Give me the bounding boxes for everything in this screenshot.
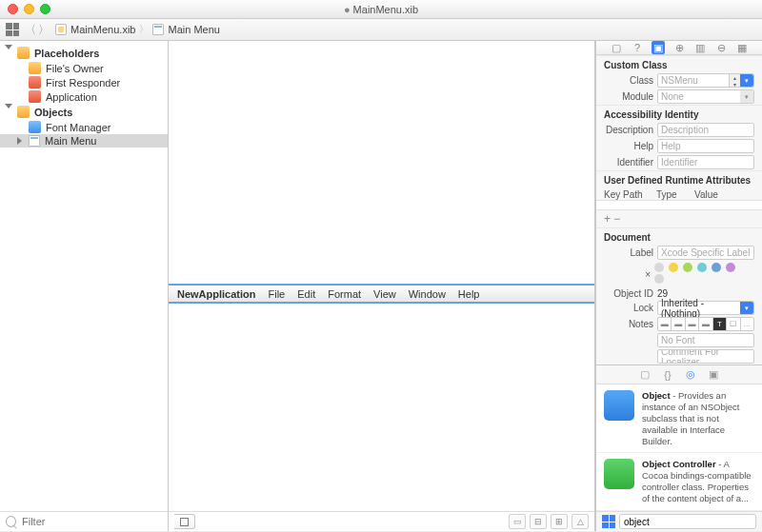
menu-item-help[interactable]: Help	[458, 288, 480, 300]
media-library-tab[interactable]: ▣	[707, 368, 720, 382]
accessibility-heading: Accessibility Identity	[596, 105, 762, 122]
color-swatch[interactable]	[669, 263, 678, 272]
color-swatch[interactable]	[683, 263, 692, 272]
object-icon	[604, 390, 634, 421]
doc-label-field[interactable]: Xcode Specific Label	[657, 246, 754, 260]
seg-strike[interactable]: ▬	[699, 318, 712, 330]
color-swatch[interactable]	[712, 263, 721, 272]
identity-inspector-tab[interactable]: ▣	[652, 41, 665, 54]
object-controller-icon	[604, 459, 634, 489]
class-value: NSMenu	[658, 75, 729, 86]
ax-identifier-field[interactable]: Identifier	[657, 155, 754, 169]
nav-forward-button[interactable]: 〉	[38, 22, 50, 38]
disclosure-triangle[interactable]	[17, 137, 22, 145]
menu-item-edit[interactable]: Edit	[297, 288, 315, 300]
udra-table-body[interactable]	[596, 201, 762, 210]
breadcrumb: MainMenu.xib 〉 Main Menu	[55, 23, 220, 36]
seg-more[interactable]: …	[741, 318, 753, 330]
ax-help-label: Help	[604, 141, 653, 151]
stack-button[interactable]: ▭	[509, 514, 526, 529]
attributes-inspector-tab[interactable]: ⊕	[672, 41, 686, 54]
menu-item-window[interactable]: Window	[409, 288, 446, 300]
align-button[interactable]: ⊟	[530, 514, 547, 529]
object-library-tab[interactable]: ◎	[684, 368, 697, 382]
seg-text[interactable]: T	[713, 318, 727, 330]
disclosure-triangle[interactable]	[5, 104, 12, 108]
font-field[interactable]: No Font	[657, 333, 754, 347]
outline-item-first-responder[interactable]: First Responder	[0, 75, 168, 89]
menu-item-app[interactable]: NewApplication	[177, 288, 256, 300]
seg-italic[interactable]: ▬	[672, 318, 685, 330]
ax-help-field[interactable]: Help	[657, 139, 754, 153]
dropdown-arrow-icon[interactable]: ▾	[740, 90, 753, 103]
library-list[interactable]: Object - Provides an instance of an NSOb…	[596, 384, 762, 511]
nav-back-button[interactable]: 〈	[25, 22, 36, 38]
seg-color[interactable]: ☐	[727, 318, 740, 330]
menu-item-format[interactable]: Format	[328, 288, 361, 300]
menu-item-file[interactable]: File	[269, 288, 286, 300]
object-library: ▢ {} ◎ ▣ Object - Provides an instance o…	[596, 365, 762, 531]
main-menu-bar[interactable]: NewApplication File Edit Format View Win…	[169, 284, 594, 304]
dropdown-arrow-icon[interactable]: ▾	[740, 74, 753, 87]
pin-button[interactable]: ⊞	[551, 514, 568, 529]
document-outline: Placeholders File's Owner First Responde…	[0, 41, 169, 531]
size-inspector-tab[interactable]: ▥	[693, 41, 707, 54]
color-swatch[interactable]	[654, 274, 664, 284]
document-heading: Document	[596, 227, 762, 245]
dirty-indicator: ●	[344, 4, 351, 15]
seg-underline[interactable]: ▬	[686, 318, 699, 330]
library-item-object-controller[interactable]: Object Controller - A Cocoa bindings-com…	[596, 453, 762, 511]
dropdown-arrow-icon[interactable]: ▾	[740, 302, 753, 314]
ib-canvas[interactable]: NewApplication File Edit Format View Win…	[169, 41, 594, 511]
toggle-outline-button[interactable]	[174, 514, 195, 529]
outline-item-main-menu[interactable]: Main Menu	[0, 134, 168, 148]
seg-bold[interactable]: ▬	[658, 318, 672, 330]
filter-icon[interactable]	[6, 516, 16, 527]
outline-filter-input[interactable]	[22, 516, 162, 527]
color-swatch[interactable]	[697, 263, 707, 272]
outline-item-files-owner[interactable]: File's Owner	[0, 61, 168, 75]
canvas-area: NewApplication File Edit Format View Win…	[169, 41, 595, 531]
grid-view-toggle[interactable]	[602, 515, 615, 528]
lock-combo[interactable]: Inherited - (Nothing) ▾	[657, 301, 754, 315]
library-item-object[interactable]: Object - Provides an instance of an NSOb…	[596, 384, 762, 453]
outline-item-font-manager[interactable]: Font Manager	[0, 120, 168, 134]
localizer-comment-field[interactable]: Comment For Localizer	[657, 349, 754, 364]
placeholders-header[interactable]: Placeholders	[0, 45, 168, 61]
objects-header[interactable]: Objects	[0, 104, 168, 120]
outline-item-application[interactable]: Application	[0, 89, 168, 104]
class-combo[interactable]: NSMenu ▴▾ ▾	[657, 73, 754, 88]
remove-button[interactable]: −	[613, 212, 620, 226]
code-snippet-tab[interactable]: {}	[661, 368, 674, 382]
crumb-file[interactable]: MainMenu.xib	[70, 24, 135, 35]
bindings-inspector-tab[interactable]: ▦	[735, 41, 749, 54]
file-template-tab[interactable]: ▢	[638, 368, 652, 382]
color-swatch[interactable]	[654, 263, 664, 272]
menu-object-icon	[29, 135, 40, 147]
stepper-icon[interactable]: ▴▾	[729, 74, 740, 87]
outline-toggle-group	[174, 514, 195, 529]
add-button[interactable]: +	[604, 212, 611, 226]
objectid-label: Object ID	[604, 288, 653, 299]
notes-format-segmented[interactable]: ▬ ▬ ▬ ▬ T ☐ …	[657, 317, 754, 331]
notes-label: Notes	[604, 319, 653, 329]
library-search-input[interactable]	[619, 514, 756, 529]
color-swatch[interactable]	[726, 263, 735, 272]
resolve-button[interactable]: △	[572, 514, 589, 529]
connections-inspector-tab[interactable]: ⊖	[714, 41, 728, 54]
file-inspector-tab[interactable]: ▢	[610, 41, 623, 54]
module-combo[interactable]: None ▾	[657, 89, 754, 104]
related-items-icon[interactable]	[6, 23, 19, 36]
disclosure-triangle[interactable]	[5, 45, 12, 49]
menu-item-view[interactable]: View	[373, 288, 396, 300]
udra-add-remove: + −	[596, 210, 762, 227]
window-title: ● MainMenu.xib	[0, 4, 762, 15]
outline-body: Placeholders File's Owner First Responde…	[0, 41, 168, 511]
crumb-object[interactable]: Main Menu	[168, 24, 219, 35]
constraint-buttons: ▭ ⊟ ⊞ △	[509, 514, 589, 529]
first-responder-icon	[29, 76, 41, 89]
class-label: Class	[604, 75, 653, 86]
ax-description-field[interactable]: Description	[657, 123, 754, 137]
quickhelp-inspector-tab[interactable]: ?	[631, 41, 644, 54]
library-item-text: Object Controller - A Cocoa bindings-com…	[642, 459, 754, 504]
